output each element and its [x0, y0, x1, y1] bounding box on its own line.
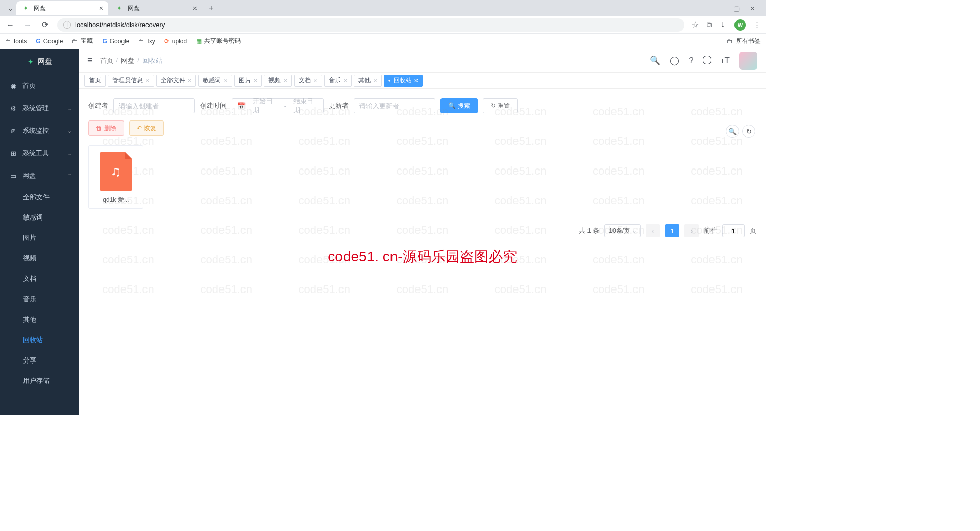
- favicon-icon: ✦: [115, 4, 124, 12]
- forward-icon[interactable]: →: [22, 20, 33, 30]
- help-icon[interactable]: ?: [689, 56, 693, 66]
- sidebar-item-system[interactable]: ⚙系统管理: [0, 97, 79, 119]
- new-tab-button[interactable]: +: [204, 4, 218, 13]
- search-icon: 🔍: [448, 102, 456, 109]
- watermark-main: code51. cn-源码乐园盗图必究: [328, 247, 517, 267]
- close-icon[interactable]: ×: [414, 77, 419, 84]
- menu-icon[interactable]: ⋮: [754, 21, 761, 29]
- bookmark-item[interactable]: 🗀宝藏: [72, 37, 93, 45]
- bookmark-item[interactable]: GGoogle: [102, 38, 129, 45]
- sidebar-sub-music[interactable]: 音乐: [0, 289, 79, 309]
- sidebar-sub-video[interactable]: 视频: [0, 248, 79, 269]
- site-info-icon[interactable]: i: [63, 21, 71, 29]
- tab-recycle[interactable]: 回收站×: [384, 75, 423, 87]
- browser-tab-active[interactable]: ✦ 网盘 ×: [16, 1, 108, 15]
- search-form: 创建者 创建时间 📅 开始日期 - 结束日期 更新者 🔍搜索 ↻重置: [88, 98, 756, 113]
- search-button[interactable]: 🔍搜索: [440, 98, 478, 113]
- profile-avatar[interactable]: W: [734, 19, 746, 31]
- close-icon[interactable]: ×: [99, 4, 103, 12]
- tab-images[interactable]: 图片×: [234, 75, 262, 87]
- tab-home[interactable]: 首页: [84, 75, 106, 87]
- hamburger-icon[interactable]: ≡: [87, 55, 93, 66]
- sidebar-sub-storage[interactable]: 用户存储: [0, 371, 79, 391]
- header-actions: 🔍 ◯ ? ⛶ тT: [650, 52, 757, 70]
- creator-input[interactable]: [113, 98, 195, 113]
- reset-button[interactable]: ↻重置: [483, 98, 518, 113]
- sidebar-sub-images[interactable]: 图片: [0, 228, 79, 248]
- tab-admin[interactable]: 管理员信息×: [108, 75, 154, 87]
- sidebar-item-home[interactable]: ◉首页: [0, 75, 79, 97]
- watermark-bg: code51.cncode51.cncode51.cncode51.cncode…: [79, 89, 766, 415]
- reload-icon[interactable]: ⟳: [40, 20, 50, 30]
- goto-page-input[interactable]: [722, 224, 745, 237]
- tab-music[interactable]: 音乐×: [324, 75, 352, 87]
- create-time-label: 创建时间: [200, 101, 227, 110]
- sidebar-sub-other[interactable]: 其他: [0, 309, 79, 330]
- search-icon[interactable]: 🔍: [650, 55, 660, 66]
- book-icon: ▭: [9, 172, 17, 180]
- restore-button[interactable]: ↶恢复: [129, 120, 164, 136]
- creator-label: 创建者: [88, 101, 108, 110]
- maximize-icon[interactable]: ▢: [733, 5, 740, 12]
- close-icon[interactable]: ×: [313, 77, 317, 84]
- tab-docs[interactable]: 文档×: [294, 75, 322, 87]
- updater-input[interactable]: [354, 98, 435, 113]
- delete-button[interactable]: 🗑删除: [88, 120, 124, 136]
- tab-video[interactable]: 视频×: [264, 75, 292, 87]
- close-icon[interactable]: ×: [254, 77, 258, 84]
- file-card[interactable]: ♫ qd1k 爱...: [88, 145, 143, 209]
- bookmark-item[interactable]: GGoogle: [36, 38, 63, 45]
- sidebar-sub-docs[interactable]: 文档: [0, 269, 79, 289]
- bookmark-item[interactable]: ⟳uplod: [164, 38, 187, 45]
- close-icon[interactable]: ×: [193, 4, 197, 12]
- tab-other[interactable]: 其他×: [354, 75, 382, 87]
- sidebar-sub-sensitive[interactable]: 敏感词: [0, 207, 79, 228]
- extensions-icon[interactable]: ⧉: [707, 21, 712, 29]
- date-range-picker[interactable]: 📅 开始日期 - 结束日期: [232, 98, 324, 113]
- bookmark-item[interactable]: 🗀tools: [5, 38, 27, 45]
- app-logo[interactable]: ✦ 网盘: [0, 49, 79, 75]
- next-page-button[interactable]: ›: [684, 224, 699, 237]
- breadcrumb-netdisk[interactable]: 网盘: [121, 56, 134, 65]
- dashboard-icon: ◉: [9, 82, 17, 90]
- sidebar-item-netdisk[interactable]: ▭网盘: [0, 164, 79, 187]
- tab-sensitive[interactable]: 敏感词×: [198, 75, 232, 87]
- page-tabs: 首页 管理员信息× 全部文件× 敏感词× 图片× 视频× 文档× 音乐× 其他×…: [79, 73, 766, 89]
- sidebar-sub-allfiles[interactable]: 全部文件: [0, 187, 79, 207]
- url-input[interactable]: i localhost/netdisk/disk/recovery: [57, 18, 684, 32]
- tab-allfiles[interactable]: 全部文件×: [156, 75, 197, 87]
- download-icon[interactable]: ⭳: [720, 21, 726, 29]
- close-window-icon[interactable]: ✕: [750, 5, 755, 12]
- page-number[interactable]: 1: [665, 224, 679, 237]
- close-icon[interactable]: ×: [344, 77, 348, 84]
- sidebar-item-monitor[interactable]: ⎚系统监控: [0, 119, 79, 142]
- back-icon[interactable]: ←: [5, 20, 15, 30]
- page-size-select[interactable]: 10条/页: [604, 224, 641, 237]
- folder-icon: 🗀: [5, 38, 11, 45]
- prev-page-button[interactable]: ‹: [646, 224, 660, 237]
- search-tool-icon[interactable]: 🔍: [726, 125, 739, 138]
- browser-tab[interactable]: ✦ 网盘 ×: [110, 1, 202, 15]
- refresh-tool-icon[interactable]: ↻: [742, 125, 755, 138]
- minimize-icon[interactable]: —: [717, 5, 723, 12]
- close-icon[interactable]: ×: [145, 77, 150, 84]
- logo-icon: ✦: [28, 58, 34, 66]
- sidebar-sub-recycle[interactable]: 回收站: [0, 330, 79, 350]
- bookmark-item[interactable]: ▦共享账号密码: [196, 37, 241, 45]
- tab-list-dropdown[interactable]: ⌄: [4, 5, 16, 12]
- github-icon[interactable]: ◯: [670, 55, 679, 66]
- all-bookmarks[interactable]: 🗀所有书签: [727, 37, 761, 45]
- bookmark-star-icon[interactable]: ☆: [692, 20, 699, 30]
- fullscreen-icon[interactable]: ⛶: [703, 56, 712, 66]
- close-icon[interactable]: ×: [283, 77, 287, 84]
- user-avatar[interactable]: [739, 52, 757, 70]
- sidebar-sub-share[interactable]: 分享: [0, 350, 79, 371]
- bookmark-item[interactable]: 🗀txy: [138, 38, 155, 45]
- sidebar-item-tools[interactable]: ⊞系统工具: [0, 142, 79, 164]
- close-icon[interactable]: ×: [224, 77, 228, 84]
- font-size-icon[interactable]: тT: [721, 56, 730, 66]
- breadcrumb-home[interactable]: 首页: [100, 56, 113, 65]
- close-icon[interactable]: ×: [188, 77, 192, 84]
- action-buttons: 🗑删除 ↶恢复: [88, 120, 756, 136]
- close-icon[interactable]: ×: [373, 77, 377, 84]
